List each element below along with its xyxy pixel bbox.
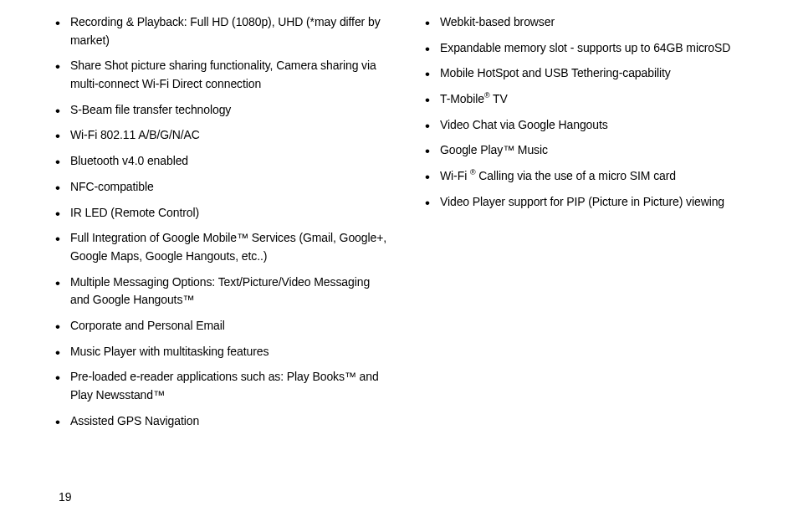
- list-item: Recording & Playback: Full HD (1080p), U…: [55, 13, 386, 49]
- two-column-layout: Recording & Playback: Full HD (1080p), U…: [55, 13, 756, 437]
- list-item: NFC-compatible: [55, 178, 386, 197]
- list-item: Pre-loaded e-reader applications such as…: [55, 368, 386, 404]
- list-item: T-Mobile® TV: [425, 90, 756, 109]
- list-item: Wi-Fi 802.11 A/B/G/N/AC: [55, 126, 386, 145]
- list-item: Assisted GPS Navigation: [55, 412, 386, 431]
- left-column: Recording & Playback: Full HD (1080p), U…: [55, 13, 386, 437]
- list-item: Google Play™ Music: [425, 141, 756, 160]
- list-item: Mobile HotSpot and USB Tethering-capabil…: [425, 64, 756, 83]
- list-item: Video Chat via Google Hangouts: [425, 116, 756, 135]
- list-item: Wi-Fi ® Calling via the use of a micro S…: [425, 167, 756, 186]
- page-number: 19: [59, 490, 72, 504]
- list-item: Expandable memory slot - supports up to …: [425, 39, 756, 58]
- list-item: Bluetooth v4.0 enabled: [55, 152, 386, 171]
- feature-list-right: Webkit-based browserExpandable memory sl…: [425, 13, 756, 212]
- feature-list-left: Recording & Playback: Full HD (1080p), U…: [55, 13, 386, 430]
- list-item: Video Player support for PIP (Picture in…: [425, 193, 756, 212]
- list-item: Share Shot picture sharing functionality…: [55, 57, 386, 93]
- list-item: Multiple Messaging Options: Text/Picture…: [55, 274, 386, 309]
- list-item: Full Integration of Google Mobile™ Servi…: [55, 229, 386, 265]
- list-item: Music Player with multitasking features: [55, 343, 386, 361]
- list-item: Corporate and Personal Email: [55, 317, 386, 335]
- list-item: IR LED (Remote Control): [55, 204, 386, 223]
- list-item: Webkit-based browser: [425, 13, 756, 32]
- list-item: S-Beam file transfer technology: [55, 101, 386, 120]
- right-column: Webkit-based browserExpandable memory sl…: [425, 13, 756, 437]
